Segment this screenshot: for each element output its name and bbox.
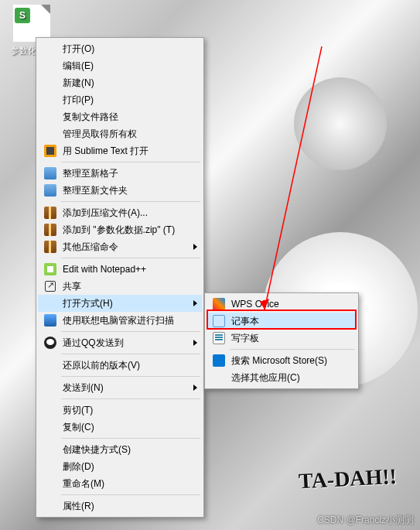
menu-qq-send[interactable]: 通过QQ发送到 (38, 334, 202, 351)
separator (61, 162, 200, 162)
folder-icon (44, 167, 56, 180)
menu-create-shortcut[interactable]: 创建快捷方式(S) (38, 441, 202, 458)
menu-rename[interactable]: 重命名(M) (38, 475, 202, 492)
menu-share[interactable]: 共享 (38, 278, 202, 295)
menu-add-archive[interactable]: 添加到压缩文件(A)... (38, 204, 202, 221)
menu-delete[interactable]: 删除(D) (38, 458, 202, 475)
manga-sfx-text: TA-DAH!! (298, 464, 398, 494)
chevron-right-icon (193, 385, 197, 391)
menu-send-to[interactable]: 发送到(N) (38, 379, 202, 396)
menu-edit[interactable]: 编辑(E) (38, 57, 202, 74)
separator (61, 201, 200, 202)
separator (61, 331, 200, 332)
submenu-wps[interactable]: WPS Office (207, 296, 357, 313)
separator (61, 376, 200, 377)
chevron-right-icon (193, 244, 197, 250)
separator (61, 494, 200, 495)
submenu-ms-store[interactable]: 搜索 Microsoft Store(S) (207, 352, 357, 369)
menu-copy-path[interactable]: 复制文件路径 (38, 108, 202, 125)
file-badge: S (15, 8, 30, 23)
menu-copy[interactable]: 复制(C) (38, 419, 202, 436)
archive-icon (44, 241, 56, 253)
wordpad-icon (213, 332, 225, 344)
file-icon: S (13, 5, 50, 42)
separator (230, 349, 355, 350)
share-icon (45, 281, 56, 292)
open-with-submenu: WPS Office 记事本 写字板 搜索 Microsoft Store(S)… (204, 292, 359, 389)
archive-icon (44, 207, 56, 219)
menu-open-with[interactable]: 打开方式(H) (38, 295, 202, 312)
separator (61, 438, 200, 439)
menu-cut[interactable]: 剪切(T) (38, 402, 202, 419)
menu-restore-versions[interactable]: 还原以前的版本(V) (38, 357, 202, 374)
notepadpp-icon (44, 263, 56, 275)
chevron-right-icon (193, 340, 197, 346)
menu-open[interactable]: 打开(O) (38, 40, 202, 57)
menu-admin-own[interactable]: 管理员取得所有权 (38, 125, 202, 142)
wps-icon (213, 298, 225, 310)
submenu-notepad[interactable]: 记事本 (207, 313, 357, 330)
separator (61, 354, 200, 354)
archive-icon (44, 224, 56, 236)
chevron-right-icon (193, 300, 197, 306)
submenu-wordpad[interactable]: 写字板 (207, 330, 357, 347)
scan-icon (44, 314, 56, 327)
menu-other-archive[interactable]: 其他压缩命令 (38, 238, 202, 255)
menu-sublime[interactable]: 用 Sublime Text 打开 (38, 142, 202, 159)
notepad-icon (213, 315, 225, 327)
menu-properties[interactable]: 属性(R) (38, 498, 202, 515)
menu-lenovo-scan[interactable]: 使用联想电脑管家进行扫描 (38, 312, 202, 329)
store-icon (213, 354, 225, 367)
menu-add-zip-named[interactable]: 添加到 "参数化数据.zip" (T) (38, 221, 202, 238)
menu-print[interactable]: 打印(P) (38, 91, 202, 108)
submenu-choose-other[interactable]: 选择其他应用(C) (207, 369, 357, 386)
menu-notepadpp[interactable]: Edit with Notepad++ (38, 261, 202, 278)
context-menu: 打开(O) 编辑(E) 新建(N) 打印(P) 复制文件路径 管理员取得所有权 … (36, 37, 204, 518)
menu-organize-folder[interactable]: 整理至新文件夹 (38, 182, 202, 199)
sublime-icon (44, 145, 56, 157)
watermark-text: CSDN @Franciz小测测 (317, 514, 414, 527)
menu-organize-grid[interactable]: 整理至新格子 (38, 165, 202, 182)
menu-new[interactable]: 新建(N) (38, 74, 202, 91)
separator (61, 398, 200, 399)
folder-icon (44, 184, 56, 197)
qq-icon (44, 337, 56, 349)
separator (61, 258, 200, 258)
